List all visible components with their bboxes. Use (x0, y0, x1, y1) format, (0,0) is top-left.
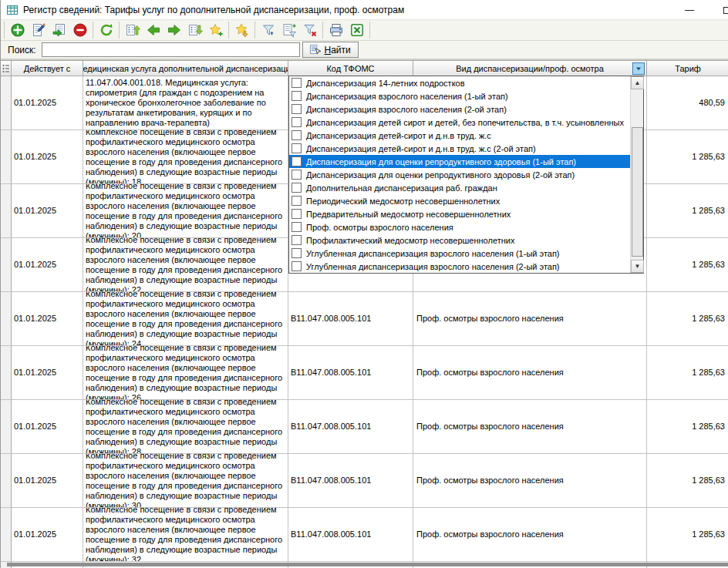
column-header-tfoms-code[interactable]: Код ТФОМС (288, 61, 413, 76)
dropdown-item[interactable]: Диспансеризация взрослого населения (1-ы… (289, 89, 630, 103)
tariff-cell: 1 285,63 (647, 454, 728, 507)
exam-type-cell: Проф. осмотры взрослого населения (413, 292, 647, 345)
checkbox[interactable] (292, 248, 302, 258)
checkbox[interactable] (292, 143, 302, 153)
dropdown-item[interactable]: Диспансеризация детей сирот и детей, без… (289, 116, 630, 129)
dropdown-item[interactable]: Дополнительная диспансеризация раб. граж… (289, 181, 630, 194)
add-button[interactable] (7, 21, 28, 40)
scroll-up-button[interactable]: ▲ (631, 76, 644, 89)
checkbox[interactable] (292, 91, 302, 101)
delete-icon (72, 22, 88, 38)
column-header-service[interactable]: Медицинская услуга дополнительной диспан… (83, 61, 288, 76)
delete-button[interactable] (69, 21, 90, 40)
row-selector-cell[interactable] (1, 238, 12, 291)
favorite-add-button[interactable] (205, 21, 226, 40)
dropdown-item[interactable]: Углубленная диспансеризация взрослого на… (289, 260, 630, 273)
checkbox[interactable] (292, 222, 302, 232)
checkbox[interactable] (292, 78, 302, 88)
scrollbar-thumb[interactable] (632, 127, 643, 257)
previous-button[interactable] (143, 21, 163, 40)
find-button[interactable]: Найти (302, 42, 359, 58)
table-row[interactable]: 01.01.2025Комплексное посещение в связи … (1, 508, 728, 562)
table-row[interactable]: 01.01.2025Комплексное посещение в связи … (1, 346, 728, 400)
next-button[interactable] (163, 21, 184, 40)
checkbox[interactable] (292, 170, 302, 180)
edit-button[interactable] (28, 21, 49, 40)
export-excel-button[interactable] (346, 21, 367, 40)
minimize-button[interactable]: — (680, 3, 699, 17)
maximize-icon (723, 7, 728, 14)
search-bar: Поиск: Найти (1, 41, 728, 60)
dropdown-item[interactable]: Диспансеризация детей-сирот и д.н.в труд… (289, 142, 630, 155)
row-selector-cell[interactable] (1, 130, 12, 183)
dropdown-item[interactable]: Профилактический медосмотр несовершеннол… (289, 234, 630, 247)
filter-button[interactable] (258, 21, 278, 40)
dropdown-item-label: Диспансеризация взрослого населения (1-ы… (306, 92, 508, 101)
filter-custom-icon (281, 22, 297, 38)
row-selector-cell[interactable] (1, 346, 12, 399)
checkbox[interactable] (292, 209, 302, 219)
dropdown-scrollbar[interactable]: ▲ ▼ (630, 76, 643, 273)
scroll-down-button[interactable]: ▼ (631, 260, 644, 273)
effective-date-cell: 01.01.2025 (12, 238, 83, 291)
maximize-button[interactable] (717, 3, 728, 17)
find-icon (309, 44, 321, 55)
table-row[interactable]: 01.01.2025Комплексное посещение в связи … (1, 292, 728, 346)
dropdown-item-label: Периодический медосмотр несовершеннолетн… (306, 197, 500, 206)
service-cell: Комплексное посещение в связи с проведен… (83, 292, 288, 345)
checkbox[interactable] (292, 196, 302, 206)
checkbox[interactable] (292, 261, 302, 271)
filter-dropdown-button[interactable] (632, 62, 645, 75)
checkbox[interactable] (292, 156, 302, 166)
dropdown-item[interactable]: Предварительный медосмотр несовершенноле… (289, 207, 630, 220)
row-selector-header[interactable] (1, 61, 12, 76)
toolbar-separator (4, 22, 5, 39)
checkbox[interactable] (292, 117, 302, 127)
dropdown-item[interactable]: Углубленная диспансеризация взрослого на… (289, 247, 630, 260)
checkbox[interactable] (292, 235, 302, 245)
table-row[interactable]: 01.01.2025Комплексное посещение в связи … (1, 454, 728, 508)
filter-clear-button[interactable] (299, 21, 320, 40)
row-selector-cell[interactable] (1, 400, 12, 453)
dropdown-item[interactable]: Диспансеризация взрослого населения (2-о… (289, 103, 630, 116)
dropdown-item[interactable]: Диспансеризация для оценки репродуктивно… (289, 155, 630, 168)
row-selector-cell[interactable] (1, 454, 12, 507)
row-selector-cell[interactable] (1, 292, 12, 345)
effective-date-cell: 01.01.2025 (12, 76, 83, 129)
dropdown-item-label: Углубленная диспансеризация взрослого на… (306, 262, 560, 271)
dropdown-item[interactable]: Диспансеризация детей-сирот и д.н.в труд… (289, 129, 630, 142)
filter-custom-button[interactable] (278, 21, 299, 40)
toolbar-separator (119, 22, 120, 39)
effective-date-cell: 01.01.2025 (12, 130, 83, 183)
horizontal-scrollbar[interactable] (7, 563, 728, 566)
column-header-tariff[interactable]: Тариф (647, 61, 728, 76)
column-header-exam-type[interactable]: Вид диспансеризации/проф. осмотра (413, 61, 647, 76)
column-header-effective-date[interactable]: Действует с (12, 61, 83, 76)
tariff-cell: 1 285,63 (647, 346, 728, 399)
checkbox[interactable] (292, 104, 302, 114)
row-selector-cell[interactable] (1, 508, 12, 561)
first-record-icon (125, 22, 140, 38)
search-input[interactable] (42, 42, 300, 57)
service-cell: Комплексное посещение в связи с проведен… (83, 508, 288, 561)
effective-date-cell: 01.01.2025 (12, 184, 83, 237)
refresh-button[interactable] (96, 21, 116, 40)
checkbox[interactable] (292, 130, 302, 140)
row-selector-cell[interactable] (1, 184, 12, 237)
dropdown-item[interactable]: Диспансеризация для оценки репродуктивно… (289, 168, 630, 181)
dropdown-item[interactable]: Диспансеризация 14-летних подростков (289, 76, 630, 89)
last-record-button[interactable] (184, 21, 205, 40)
first-record-button[interactable] (122, 21, 143, 40)
dropdown-item[interactable]: Проф. осмотры взрослого населения (289, 220, 630, 234)
table-row[interactable]: 01.01.2025Комплексное посещение в связи … (1, 400, 728, 454)
dropdown-item-label: Дополнительная диспансеризация раб. граж… (306, 183, 497, 193)
dropdown-item[interactable]: Периодический медосмотр несовершеннолетн… (289, 194, 630, 207)
toolbar (1, 19, 728, 41)
save-button[interactable] (49, 21, 69, 40)
effective-date-cell: 01.01.2025 (12, 508, 83, 561)
checkbox[interactable] (292, 183, 302, 193)
favorite-add-icon (208, 22, 224, 38)
row-selector-cell[interactable] (1, 76, 12, 129)
print-button[interactable] (325, 21, 346, 40)
favorites-export-button[interactable] (231, 21, 252, 40)
